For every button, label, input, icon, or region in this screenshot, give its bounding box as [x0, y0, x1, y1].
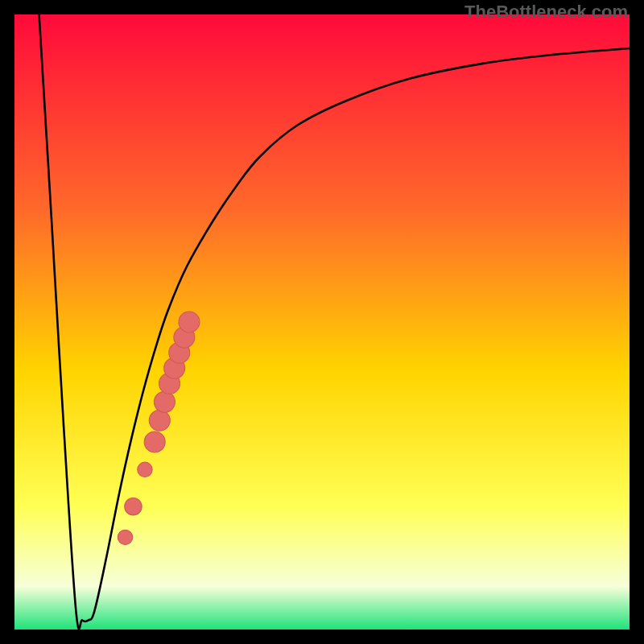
watermark: TheBottleneck.com — [464, 2, 628, 23]
marker-point — [138, 462, 152, 477]
marker-point — [149, 410, 170, 431]
marker-point — [118, 530, 132, 544]
chart-frame: TheBottleneck.com — [0, 0, 644, 644]
marker-point — [125, 498, 142, 515]
gradient-background — [14, 14, 630, 630]
marker-point — [154, 391, 175, 412]
chart-plot — [14, 14, 630, 630]
marker-point — [144, 431, 165, 452]
marker-point — [179, 312, 200, 332]
